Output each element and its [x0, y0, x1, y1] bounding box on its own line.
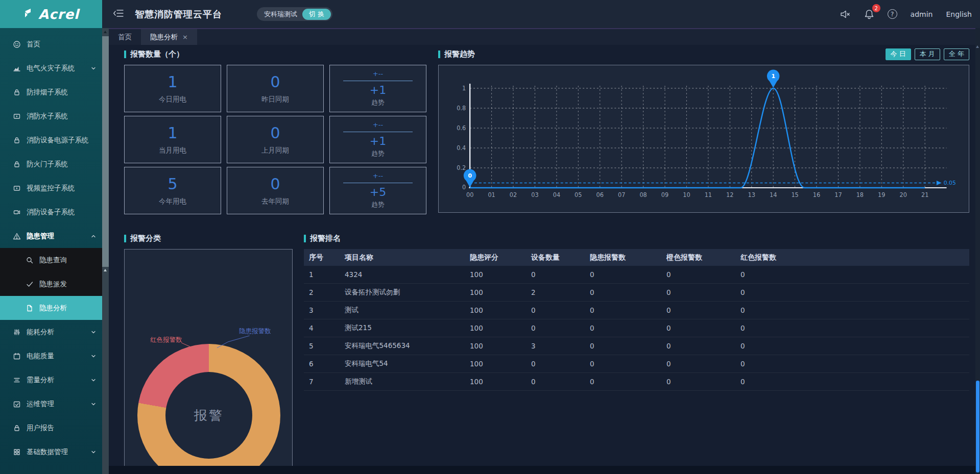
- chevron-down-icon: [91, 378, 96, 383]
- chevron-down-icon: [91, 402, 96, 407]
- svg-text:21: 21: [921, 191, 928, 198]
- svg-text:0.6: 0.6: [457, 124, 466, 132]
- donut-label-hazard-alarms: 隐患报警数: [239, 327, 271, 336]
- title-accent-bar: [438, 51, 440, 58]
- logo: Acrel: [0, 0, 102, 28]
- sidebar-item-video-monitor[interactable]: 视频监控子系统: [0, 176, 102, 200]
- sidebar-item-fire-equipment[interactable]: 消防设备子系统: [0, 200, 102, 224]
- tab-home[interactable]: 首页: [109, 29, 141, 45]
- sidebar-item-energy-analysis[interactable]: 能耗分析: [0, 320, 102, 344]
- sidebar-collapse-icon[interactable]: [113, 9, 124, 20]
- page-scrollbar[interactable]: [975, 28, 980, 474]
- sidebar-item-fire-power[interactable]: 消防设备电源子系统: [0, 128, 102, 152]
- sidebar-item-power-quality[interactable]: 电能质量: [0, 344, 102, 368]
- sidebar-item-hazard-analysis[interactable]: 隐患分析: [0, 296, 102, 320]
- trend-divider: [343, 132, 413, 132]
- tab-close-icon[interactable]: ×: [182, 33, 188, 41]
- title-accent-bar: [124, 51, 126, 58]
- check-icon: [26, 280, 34, 288]
- notification-bell-icon[interactable]: 2: [864, 9, 874, 19]
- tab-bar: 首页 隐患分析 ×: [109, 28, 975, 45]
- speaker-mute-icon[interactable]: [840, 9, 851, 19]
- sidebar-scrollbar-thumb[interactable]: [102, 36, 109, 267]
- chevron-down-icon: [91, 354, 96, 359]
- header: Acrel 智慧消防管理云平台 安科瑞测试 切 换 2 ? admin Engl…: [0, 0, 980, 28]
- svg-text:07: 07: [618, 191, 625, 198]
- svg-text:09: 09: [661, 191, 668, 198]
- table-row: 2设备拓扑测试勿删1002000: [304, 284, 969, 302]
- main-area: 首页 隐患分析 × 报警数量（个） 1 今日用电: [109, 28, 975, 474]
- language-switch[interactable]: English: [946, 10, 972, 18]
- svg-text:0: 0: [468, 172, 472, 179]
- grid-icon: [13, 448, 21, 456]
- logo-mark-icon: [23, 7, 35, 21]
- svg-text:0.2: 0.2: [457, 164, 466, 171]
- sidebar-item-electrical-fire[interactable]: 电气火灾子系统: [0, 56, 102, 80]
- horizontal-scrollbar-track[interactable]: [109, 466, 975, 474]
- page-scrollbar-thumb[interactable]: [976, 381, 979, 472]
- project-name: 安科瑞测试: [264, 10, 297, 19]
- table-row: 143241000000: [304, 266, 969, 284]
- stat-card-month-trend: +-- +1 趋势: [329, 116, 426, 163]
- sidebar-item-fire-water[interactable]: 消防水子系统: [0, 104, 102, 128]
- home-icon: [13, 40, 21, 48]
- search-icon: [26, 256, 34, 264]
- donut-label-red-alarms: 红色报警数: [150, 336, 182, 344]
- sidebar-scrollbar[interactable]: [102, 28, 109, 474]
- logo-text: Acrel: [38, 7, 79, 22]
- sidebar-item-user-report[interactable]: 用户报告: [0, 416, 102, 440]
- chevron-down-icon: [91, 66, 96, 71]
- svg-text:01: 01: [488, 191, 495, 198]
- sidebar-item-ops-management[interactable]: 运维管理: [0, 392, 102, 416]
- svg-text:19: 19: [878, 191, 885, 198]
- title-accent-bar: [304, 235, 306, 242]
- stat-card-month: 1 当月用电: [124, 116, 221, 163]
- sidebar-item-home[interactable]: 首页: [0, 32, 102, 56]
- sidebar-item-hazard-management[interactable]: 隐患管理: [0, 224, 102, 248]
- alarm-count-section-title: 报警数量（个）: [124, 49, 426, 59]
- sidebar: 首页 电气火灾子系统 防排烟子系统 消防水子系统 消防设备电源子系统 防: [0, 28, 102, 474]
- tab-hazard-analysis[interactable]: 隐患分析 ×: [141, 29, 197, 45]
- stat-card-last-month: 0 上月同期: [227, 116, 324, 163]
- sliders-icon: [13, 328, 21, 336]
- trend-range-buttons: 今 日 本 月 全 年: [886, 48, 969, 60]
- switch-project-button[interactable]: 切 换: [302, 9, 331, 20]
- stat-card-today: 1 今日用电: [124, 65, 221, 112]
- calendar-icon: [13, 352, 21, 360]
- svg-text:16: 16: [813, 191, 820, 198]
- video-icon: [13, 112, 21, 120]
- alarm-series-line: [470, 88, 925, 188]
- video-icon: [13, 184, 21, 192]
- page-title: 智慧消防管理云平台: [135, 8, 222, 20]
- svg-text:0.8: 0.8: [457, 105, 466, 112]
- alarm-ranking-section-title: 报警排名: [304, 233, 969, 243]
- user-menu[interactable]: admin: [911, 10, 933, 18]
- content: 报警数量（个） 1 今日用电 0 昨日同期 +--: [109, 45, 975, 474]
- sidebar-item-smoke-control[interactable]: 防排烟子系统: [0, 80, 102, 104]
- sidebar-item-demand-analysis[interactable]: 需量分析: [0, 368, 102, 392]
- bars-icon: [13, 376, 21, 384]
- svg-text:20: 20: [900, 191, 907, 198]
- help-icon[interactable]: ?: [888, 9, 897, 19]
- trend-divider: [343, 183, 413, 183]
- svg-text:18: 18: [856, 191, 864, 198]
- scroll-arrow-icon[interactable]: [104, 269, 107, 271]
- svg-text:00: 00: [466, 191, 473, 198]
- document-icon: [26, 304, 34, 312]
- svg-text:12: 12: [726, 191, 733, 198]
- table-row: 5安科瑞电气54656341003000: [304, 337, 969, 355]
- svg-text:17: 17: [834, 191, 842, 198]
- svg-text:0.4: 0.4: [457, 144, 466, 152]
- range-today-button[interactable]: 今 日: [886, 48, 911, 60]
- sidebar-item-base-data[interactable]: 基础数据管理: [0, 440, 102, 464]
- scroll-up-arrow-icon[interactable]: [976, 45, 979, 48]
- sidebar-item-hazard-query[interactable]: 隐患查询: [0, 248, 102, 272]
- sidebar-item-hazard-dispatch[interactable]: 隐患派发: [0, 272, 102, 296]
- markline-arrow-icon: [937, 181, 942, 185]
- camera-icon: [13, 208, 21, 216]
- sidebar-item-fire-door[interactable]: 防火门子系统: [0, 152, 102, 176]
- svg-text:04: 04: [553, 191, 560, 198]
- scroll-up-arrow-icon[interactable]: [104, 31, 107, 33]
- range-year-button[interactable]: 全 年: [944, 48, 969, 60]
- range-month-button[interactable]: 本 月: [915, 48, 940, 60]
